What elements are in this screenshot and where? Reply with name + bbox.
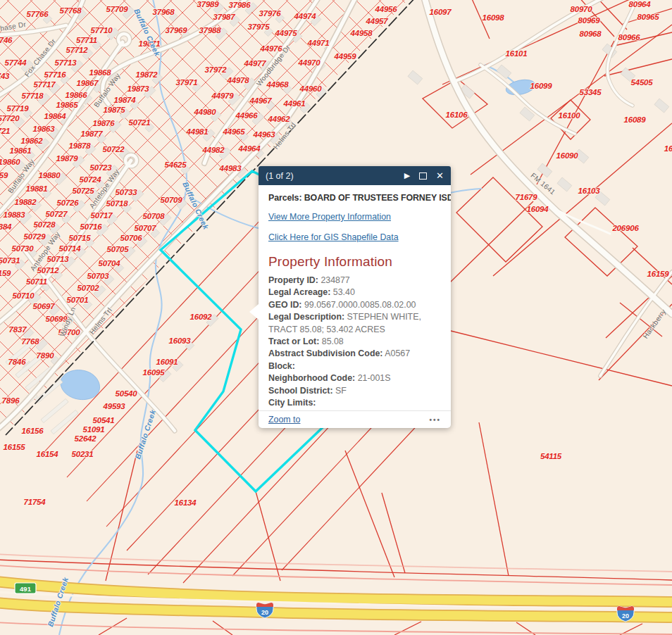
gis-shapefile-link[interactable]: Click Here for GIS Shapefile Data [268,232,441,242]
section-heading: Property Information [268,254,441,270]
more-options-icon[interactable]: ••• [429,416,441,424]
property-field: Block: [268,360,441,372]
popup-body: Parcels: BOARD OF TRUSTEES FORNEY ISD Vi… [259,185,451,410]
property-field: GEO ID: 99.0567.0000.0085.08.02.00 [268,299,441,311]
popup-title: Parcels: BOARD OF TRUSTEES FORNEY ISD [268,193,441,203]
maximize-icon[interactable] [419,172,427,180]
svg-text:20: 20 [261,609,268,616]
property-field: School District: SF [268,385,441,397]
exit-491-shield: 491 [15,583,36,593]
feature-pager: (1 of 2) [266,171,294,181]
property-field: Neighborhood Code: 21-001S [268,372,441,384]
popup-footer: Zoom to ••• [259,410,451,428]
property-field: Abstract Subdivision Code: A0567 [268,348,441,360]
property-info-popup: (1 of 2) ▶ ✕ Parcels: BOARD OF TRUSTEES … [259,166,451,428]
property-field: Property ID: 234877 [268,275,441,287]
property-fields: Property ID: 234877Legal Acreage: 53.40G… [268,275,441,409]
popup-header: (1 of 2) ▶ ✕ [259,166,451,185]
property-field: Legal Acreage: 53.40 [268,287,441,298]
property-field: Tract or Lot: 85.08 [268,336,441,348]
view-more-property-link[interactable]: View More Property Information [268,212,441,222]
property-field: Legal Description: STEPHEN WHITE, TRACT … [268,311,441,336]
zoom-to-link[interactable]: Zoom to [268,415,300,425]
svg-text:20: 20 [622,612,629,620]
close-icon[interactable]: ✕ [436,171,444,180]
next-feature-icon[interactable]: ▶ [404,172,410,180]
property-field: City Limits: [268,397,441,409]
svg-text:491: 491 [20,585,32,593]
